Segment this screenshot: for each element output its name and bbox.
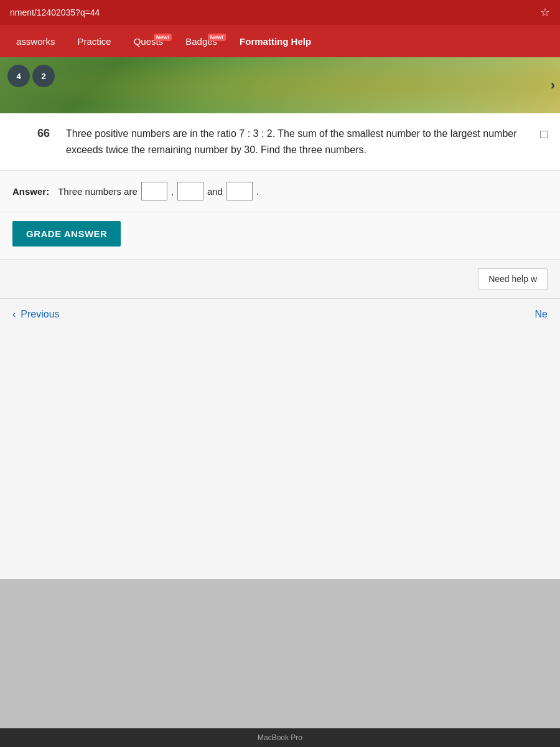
badge-4: 4: [7, 65, 30, 87]
nav-item-badges[interactable]: Badges New!: [174, 32, 228, 50]
hero-overlay: [0, 57, 560, 113]
nav-item-quests[interactable]: Quests New!: [123, 32, 175, 50]
grade-section: GRADE ANSWER: [0, 212, 560, 260]
answer-input-1[interactable]: [141, 182, 167, 200]
star-icon[interactable]: ☆: [540, 6, 550, 19]
badge-2: 2: [32, 65, 55, 87]
hero-banner: 4 2 ›: [0, 57, 560, 113]
need-help-area: Need help w: [0, 260, 560, 298]
content-spacer: [0, 330, 560, 579]
previous-button[interactable]: ‹ Previous: [12, 309, 60, 320]
question-block: 66 Three positive numbers are in the rat…: [0, 113, 560, 171]
nav-item-practice[interactable]: Practice: [67, 32, 123, 50]
macbook-label: MacBook Pro: [258, 733, 302, 742]
hero-badges: 4 2: [7, 65, 55, 87]
answer-and-text: and: [207, 186, 223, 197]
hero-arrow-right-icon[interactable]: ›: [551, 77, 555, 93]
question-number: 66: [37, 126, 56, 140]
macbook-bar: MacBook Pro: [0, 728, 560, 747]
answer-input-3[interactable]: [226, 182, 253, 200]
previous-label: Previous: [21, 309, 59, 320]
previous-chevron-icon: ‹: [12, 309, 16, 320]
answer-label: Answer:: [12, 186, 49, 197]
next-button[interactable]: Ne: [535, 309, 548, 320]
main-content: 66 Three positive numbers are in the rat…: [0, 113, 560, 579]
answer-comma-1: ,: [171, 186, 174, 197]
answer-period: .: [256, 186, 259, 197]
bookmark-icon[interactable]: □: [540, 126, 548, 141]
nav-item-formatting-help[interactable]: Formatting Help: [228, 32, 322, 50]
badges-badge: New!: [208, 34, 226, 41]
grade-answer-button[interactable]: GRADE ANSWER: [12, 221, 121, 247]
answer-input-2[interactable]: [177, 182, 203, 200]
answer-row: Answer: Three numbers are , and .: [12, 182, 548, 200]
nav-bar: assworks Practice Quests New! Badges New…: [0, 25, 560, 57]
question-text: Three positive numbers are in the ratio …: [66, 126, 530, 157]
nav-item-assworks[interactable]: assworks: [5, 32, 67, 50]
answer-block: Answer: Three numbers are , and .: [0, 171, 560, 212]
bottom-nav: ‹ Previous Ne: [0, 298, 560, 330]
browser-bar: nment/12402035?q=44 ☆: [0, 0, 560, 25]
need-help-button[interactable]: Need help w: [478, 268, 548, 289]
quests-badge: New!: [154, 34, 172, 41]
answer-prefix: Three numbers are: [58, 186, 138, 197]
url-bar[interactable]: nment/12402035?q=44: [10, 7, 550, 17]
